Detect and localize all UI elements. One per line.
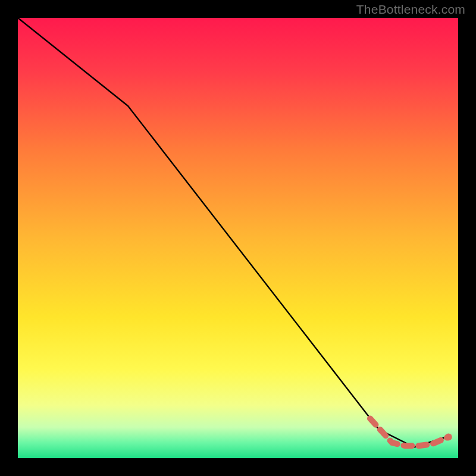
chart-frame: TheBottleneck.com <box>0 0 476 476</box>
bottleneck-chart <box>0 0 476 476</box>
watermark-text: TheBottleneck.com <box>356 2 465 17</box>
end-marker-dot <box>445 433 452 440</box>
plot-background <box>18 18 458 458</box>
